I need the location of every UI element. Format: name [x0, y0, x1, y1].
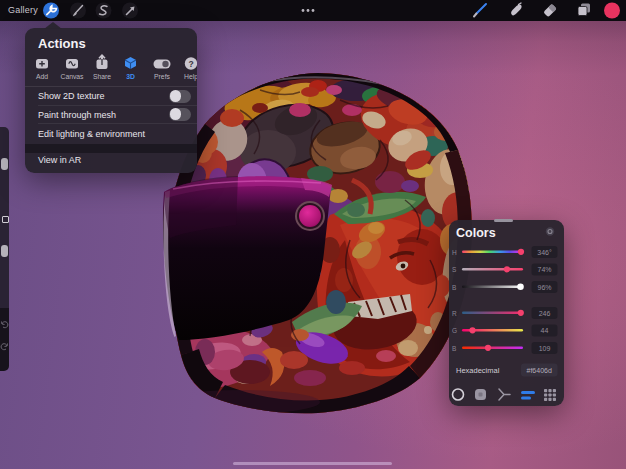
svg-text:R: R — [452, 310, 457, 317]
svg-text:109: 109 — [539, 345, 551, 352]
svg-text:Hexadecimal: Hexadecimal — [456, 366, 500, 375]
svg-text:346°: 346° — [537, 249, 552, 256]
svg-text:44: 44 — [541, 327, 549, 334]
svg-text:74%: 74% — [537, 266, 551, 273]
svg-text:96%: 96% — [537, 284, 551, 291]
svg-text:B: B — [452, 345, 456, 352]
svg-text:S: S — [452, 266, 457, 273]
svg-text:?: ? — [188, 59, 193, 69]
svg-text:Canvas: Canvas — [60, 73, 84, 80]
svg-text:246: 246 — [539, 310, 551, 317]
svg-text:B: B — [452, 284, 456, 291]
svg-text:#f6406d: #f6406d — [527, 367, 552, 374]
svg-text:H: H — [452, 249, 457, 256]
svg-text:Share: Share — [93, 73, 111, 80]
svg-text:Help: Help — [184, 73, 197, 81]
svg-text:Add: Add — [36, 73, 48, 80]
svg-text:Prefs: Prefs — [154, 73, 170, 80]
svg-text:3D: 3D — [126, 73, 135, 80]
svg-text:G: G — [452, 327, 457, 334]
